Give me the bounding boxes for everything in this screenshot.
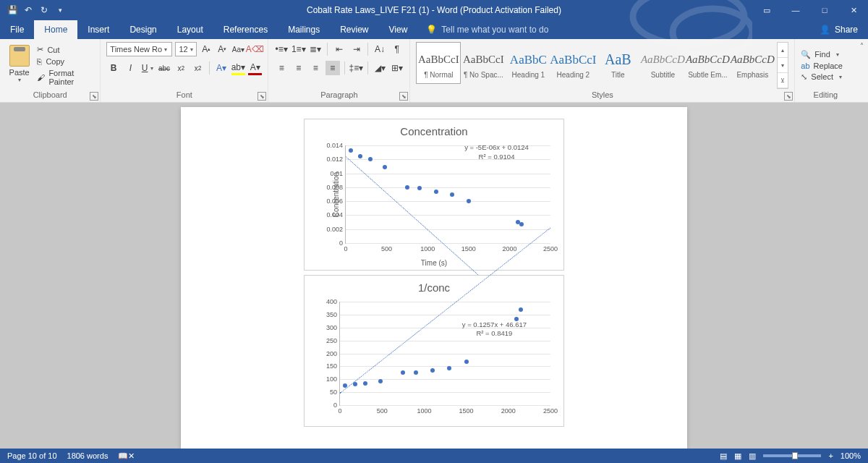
close-icon[interactable]: ✕ xyxy=(839,0,868,20)
view-print-icon[interactable]: ▦ xyxy=(734,451,741,461)
page-number[interactable]: Page 10 of 10 xyxy=(7,451,57,460)
sort-icon[interactable]: A↓ xyxy=(373,42,387,56)
search-icon: 🔍 xyxy=(801,50,811,59)
style-subtitle[interactable]: AaBbCcDSubtitle xyxy=(640,42,685,84)
style-subtle-em---[interactable]: AaBbCcDSubtle Em... xyxy=(685,42,730,84)
spellcheck-icon[interactable]: 📖✕ xyxy=(118,451,135,461)
clear-format-icon[interactable]: A⌫ xyxy=(247,42,262,56)
zoom-level[interactable]: 100% xyxy=(841,451,861,460)
shading-icon[interactable]: ◢▾ xyxy=(373,61,387,75)
view-read-icon[interactable]: ▤ xyxy=(720,451,727,461)
tab-design[interactable]: Design xyxy=(119,20,166,39)
redo-icon[interactable]: ↻ xyxy=(39,5,49,15)
y-tick: 0.012 xyxy=(326,156,346,163)
data-point xyxy=(363,381,367,386)
paste-dropdown-icon[interactable]: ▾ xyxy=(18,77,21,83)
share-button[interactable]: 👤Share xyxy=(809,25,868,35)
tell-me[interactable]: 💡Tell me what you want to do xyxy=(417,25,557,35)
qat-customize-icon[interactable]: ▾ xyxy=(55,5,65,15)
style-title[interactable]: AaBTitle xyxy=(595,42,640,84)
align-right-icon[interactable]: ≡ xyxy=(308,61,323,75)
tab-layout[interactable]: Layout xyxy=(167,20,213,39)
replace-button[interactable]: abReplace xyxy=(801,61,850,70)
tab-view[interactable]: View xyxy=(379,20,418,39)
tab-references[interactable]: References xyxy=(213,20,278,39)
style---no-spac---[interactable]: AaBbCcI¶ No Spac... xyxy=(461,42,506,84)
subscript-icon[interactable]: x2 xyxy=(174,61,188,75)
font-dialog-icon[interactable]: ⬊ xyxy=(258,92,266,101)
x-tick: 0 xyxy=(338,405,341,415)
align-center-icon[interactable]: ≡ xyxy=(292,61,306,75)
data-point xyxy=(464,360,469,364)
borders-icon[interactable]: ⊞▾ xyxy=(390,61,404,75)
collapse-ribbon-icon[interactable]: ˄ xyxy=(856,39,868,102)
paragraph-dialog-icon[interactable]: ⬊ xyxy=(399,92,408,101)
zoom-slider[interactable] xyxy=(763,454,821,457)
line-spacing-icon[interactable]: ‡≡▾ xyxy=(349,61,364,75)
bold-icon[interactable]: B xyxy=(106,61,120,75)
align-left-icon[interactable]: ≡ xyxy=(274,61,289,75)
strike-icon[interactable]: abc xyxy=(157,61,171,75)
grow-font-icon[interactable]: A▴ xyxy=(200,42,213,56)
data-point xyxy=(401,370,405,375)
data-point xyxy=(519,307,523,312)
bullets-icon[interactable]: •≡▾ xyxy=(274,42,289,56)
document-area[interactable]: Concentration00.0020.0040.0060.0080.010.… xyxy=(0,103,868,449)
italic-icon[interactable]: I xyxy=(124,61,137,75)
format-painter-button[interactable]: 🖌Format Painter xyxy=(37,68,94,87)
tab-insert[interactable]: Insert xyxy=(77,20,119,39)
bulb-icon: 💡 xyxy=(426,25,437,35)
underline-icon[interactable]: U▾ xyxy=(140,61,154,75)
x-tick: 2500 xyxy=(543,243,558,252)
data-point xyxy=(368,157,373,161)
highlight-icon[interactable]: ab▾ xyxy=(231,61,245,75)
numbering-icon[interactable]: 1≡▾ xyxy=(292,42,306,56)
style-heading-1[interactable]: AaBbCHeading 1 xyxy=(506,42,550,84)
save-icon[interactable]: 💾 xyxy=(7,5,17,15)
justify-icon[interactable]: ≡ xyxy=(326,61,340,75)
tab-mailings[interactable]: Mailings xyxy=(278,20,330,39)
shrink-font-icon[interactable]: A▾ xyxy=(216,42,229,56)
minimize-icon[interactable]: — xyxy=(781,0,810,20)
style---normal[interactable]: AaBbCcI¶ Normal xyxy=(416,42,461,84)
word-count[interactable]: 1806 words xyxy=(67,451,109,460)
increase-indent-icon[interactable]: ⇥ xyxy=(349,42,364,56)
styles-dialog-icon[interactable]: ⬊ xyxy=(784,92,793,101)
paste-icon[interactable] xyxy=(9,45,30,67)
cut-button[interactable]: ✂Cut xyxy=(37,44,94,55)
decrease-indent-icon[interactable]: ⇤ xyxy=(332,42,346,56)
find-button[interactable]: 🔍Find▾ xyxy=(801,50,850,59)
x-tick: 500 xyxy=(377,405,388,415)
show-marks-icon[interactable]: ¶ xyxy=(390,42,404,56)
paste-button[interactable]: Paste xyxy=(9,68,30,77)
select-button[interactable]: ⤡Select▾ xyxy=(801,72,850,82)
tab-file[interactable]: File xyxy=(0,20,34,39)
scissors-icon: ✂ xyxy=(37,45,43,54)
superscript-icon[interactable]: x2 xyxy=(191,61,205,75)
styles-down-icon[interactable]: ▾ xyxy=(778,58,788,73)
styles-up-icon[interactable]: ▴ xyxy=(778,43,788,58)
view-web-icon[interactable]: ▥ xyxy=(749,451,756,461)
multilevel-icon[interactable]: ≣▾ xyxy=(309,42,323,56)
tab-home[interactable]: Home xyxy=(34,20,77,39)
styles-more-icon[interactable]: ⊻ xyxy=(778,73,788,88)
ribbon-options-icon[interactable]: ▭ xyxy=(752,0,781,20)
tab-review[interactable]: Review xyxy=(330,20,378,39)
style-heading-2[interactable]: AaBbCcIHeading 2 xyxy=(550,42,595,84)
copy-icon: ⎘ xyxy=(37,57,42,66)
style-emphasis[interactable]: AaBbCcDEmphasis xyxy=(730,42,775,84)
maximize-icon[interactable]: □ xyxy=(810,0,839,20)
data-point xyxy=(414,370,418,375)
copy-button[interactable]: ⎘Copy xyxy=(37,56,94,67)
font-color-icon[interactable]: A▾ xyxy=(248,61,262,75)
clipboard-dialog-icon[interactable]: ⬊ xyxy=(90,92,98,101)
font-name-combo[interactable]: Times New Ro▾ xyxy=(106,42,172,56)
y-tick: 150 xyxy=(326,362,340,370)
change-case-icon[interactable]: Aa▾ xyxy=(231,42,244,56)
font-size-combo[interactable]: 12▾ xyxy=(175,42,197,56)
text-effects-icon[interactable]: A▾ xyxy=(214,61,228,75)
share-icon: 👤 xyxy=(820,25,830,35)
group-paragraph-label: Paragraph xyxy=(274,89,404,101)
chart-inverse-concentration[interactable]: 1/conc0501001502002503003504000500100015… xyxy=(304,275,564,427)
undo-icon[interactable]: ↶ xyxy=(23,5,33,15)
